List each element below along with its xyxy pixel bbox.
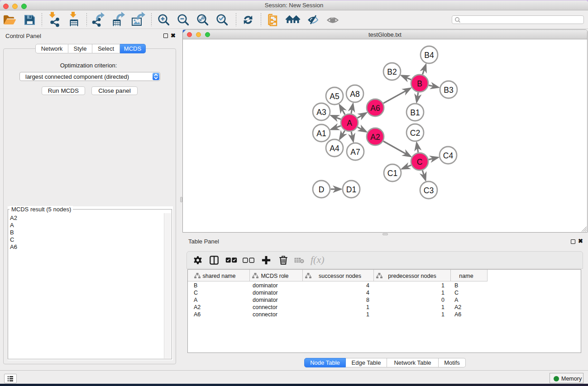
svg-text:A4: A4 xyxy=(330,144,339,153)
svg-text:A3: A3 xyxy=(316,108,326,117)
svg-text:A7: A7 xyxy=(350,148,360,157)
svg-text:C2: C2 xyxy=(410,129,420,138)
svg-text:D: D xyxy=(319,185,325,194)
svg-text:C1: C1 xyxy=(387,169,397,178)
svg-text:D1: D1 xyxy=(346,185,356,194)
svg-text:C3: C3 xyxy=(424,186,434,195)
svg-text:B1: B1 xyxy=(410,108,420,117)
svg-text:C: C xyxy=(417,157,423,167)
svg-text:A2: A2 xyxy=(370,133,380,142)
svg-text:f(x): f(x) xyxy=(311,254,325,265)
svg-text:B4: B4 xyxy=(424,51,434,60)
svg-text:B: B xyxy=(417,79,422,88)
svg-text:C4: C4 xyxy=(443,151,454,160)
svg-text:B3: B3 xyxy=(444,86,453,95)
svg-text:A8: A8 xyxy=(350,90,359,99)
svg-text:B2: B2 xyxy=(387,67,397,76)
svg-text:A1: A1 xyxy=(316,129,326,138)
svg-text:A: A xyxy=(347,119,352,128)
svg-text:A6: A6 xyxy=(370,104,380,113)
svg-text:A5: A5 xyxy=(330,92,339,101)
